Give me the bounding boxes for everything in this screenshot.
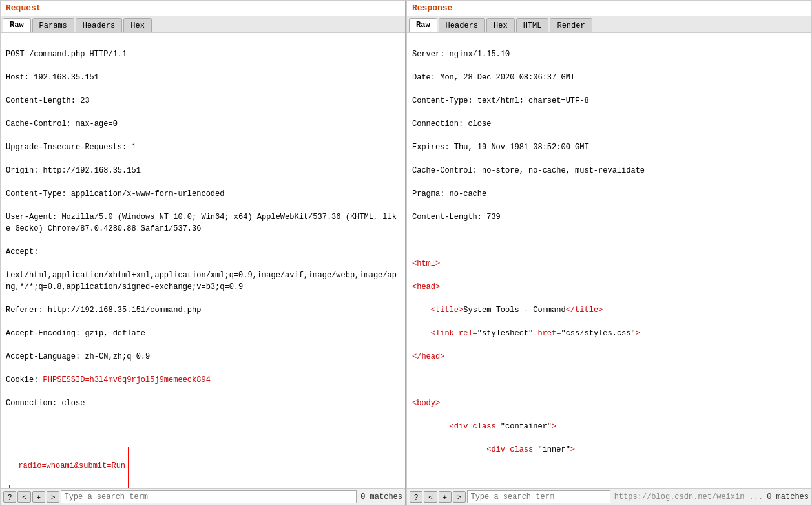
tab-hex-request[interactable]: Hex [123,18,152,32]
request-help-button[interactable]: ? [3,491,16,503]
request-match-count: 0 matches [360,492,402,501]
resp-html4: <link rel="stylesheet" href="css/styles.… [412,329,640,338]
request-next-button[interactable]: > [47,491,59,503]
request-body: radio=whoami&submit=Run [18,461,125,470]
resp-html5: </head> [412,352,444,361]
request-line-10: text/html,application/xhtml+xml,applicat… [6,271,397,291]
response-next-button[interactable]: > [453,491,466,503]
resp-h8: Content-Length: 739 [412,213,501,222]
request-prev-button[interactable]: < [17,491,30,503]
response-scrollable: Server: nginx/1.15.10 Date: Mon, 28 Dec … [407,33,811,488]
request-add-button[interactable]: + [32,491,45,503]
request-search-bar: ? < + > 0 matches [1,488,405,505]
request-content: POST /command.php HTTP/1.1 Host: 192.168… [6,37,400,488]
request-line-6: Origin: http://192.168.35.151 [6,166,141,175]
request-search-input[interactable] [61,490,357,503]
resp-html1: <html> [412,259,440,268]
tab-raw-response[interactable]: Raw [409,18,437,32]
resp-html7: <div class="container"> [412,422,556,431]
tab-raw-request[interactable]: Raw [3,18,31,32]
request-line-8: User-Agent: Mozilla/5.0 (Windows NT 10.0… [6,213,397,233]
response-help-button[interactable]: ? [410,491,422,503]
tab-headers-request[interactable]: Headers [76,18,122,32]
resp-h4: Connection: close [412,120,491,129]
request-line-1: POST /command.php HTTP/1.1 [6,50,127,59]
response-search-input[interactable] [467,490,610,503]
request-content-wrapper: POST /command.php HTTP/1.1 Host: 192.168… [1,33,405,488]
request-line-2: Host: 192.168.35.151 [6,73,99,82]
resp-html3: <title>System Tools - Command</title> [412,306,603,315]
resp-h3: Content-Type: text/html; charset=UTF-8 [412,96,589,105]
tab-render-response[interactable]: Render [550,18,592,32]
tab-html-response[interactable]: HTML [516,18,549,32]
response-content-wrapper: Server: nginx/1.15.10 Date: Mon, 28 Dec … [407,33,811,488]
request-line-13: Accept-Language: zh-CN,zh;q=0.9 [6,352,150,361]
resp-html6: <body> [412,399,440,408]
resp-h1: Server: nginx/1.15.10 [412,50,510,59]
request-line-3: Content-Length: 23 [6,96,90,105]
request-line-5: Upgrade-Insecure-Requests: 1 [6,143,136,152]
resp-h6: Cache-Control: no-store, no-cache, must-… [412,166,645,175]
response-prev-button[interactable]: < [424,491,437,503]
tab-headers-response[interactable]: Headers [439,18,485,32]
request-line-4: Cache-Control: max-age=0 [6,120,118,129]
request-title: Request [1,1,405,16]
response-content: Server: nginx/1.15.10 Date: Mon, 28 Dec … [412,37,806,488]
resp-html8: <div class="inner"> [412,445,575,454]
response-csdn-watermark: https://blog.csdn.net/weixin_... [614,492,763,501]
response-tabs: Raw Headers Hex HTML Render [407,16,811,33]
request-line-9: Accept: [6,248,38,257]
request-body-box: radio=whoami&submit=Run [6,447,129,488]
tab-hex-response[interactable]: Hex [486,18,515,32]
response-add-button[interactable]: + [439,491,452,503]
resp-h7: Pragma: no-cache [412,189,486,198]
response-match-count: 0 matches [767,492,809,501]
request-line-14: Cookie: PHPSESSID=h3l4mv6q9rjol5j9memeec… [6,375,211,385]
request-panel: Request Raw Params Headers Hex POST /com… [0,0,406,506]
request-line-7: Content-Type: application/x-www-form-url… [6,189,224,198]
request-line-11: Referer: http://192.168.35.151/command.p… [6,306,201,315]
tab-params-request[interactable]: Params [32,18,74,32]
resp-h2: Date: Mon, 28 Dec 2020 08:06:37 GMT [412,73,575,82]
request-scrollable: POST /command.php HTTP/1.1 Host: 192.168… [1,33,405,488]
response-panel: Response Raw Headers Hex HTML Render Ser… [406,0,812,506]
response-search-bar: ? < + > https://blog.csdn.net/weixin_...… [407,488,811,505]
response-title: Response [407,1,811,16]
resp-h5: Expires: Thu, 19 Nov 1981 08:52:00 GMT [412,143,589,152]
request-tabs: Raw Params Headers Hex [1,16,405,33]
resp-html2: <head> [412,282,440,291]
request-line-12: Accept-Encoding: gzip, deflate [6,329,145,338]
request-line-15: Connection: close [6,399,85,408]
